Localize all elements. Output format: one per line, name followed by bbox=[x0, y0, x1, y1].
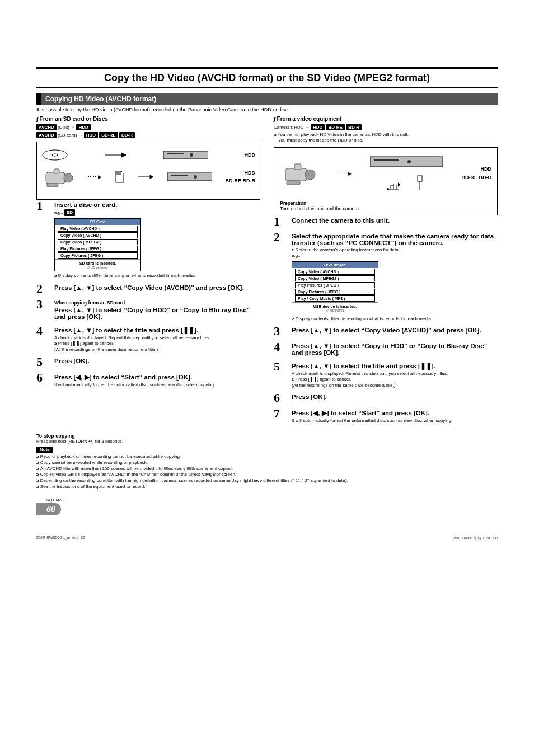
right-column: ∫ From a video equipment Camera's HDD → … bbox=[274, 116, 498, 428]
page-number: 60 bbox=[36, 503, 61, 515]
svg-rect-20 bbox=[418, 176, 422, 181]
preparation-text: Turn on both this unit and the camera. bbox=[280, 206, 491, 212]
svg-point-4 bbox=[190, 153, 193, 157]
flow-line-1: AVCHD (Disc) → HDD bbox=[36, 124, 260, 130]
flow-line-right: Camera's HDD → HDD BD-RE BD-R bbox=[274, 124, 498, 130]
menu-item: Play Pictures ( JPEG ) bbox=[58, 246, 138, 252]
recorder-icon bbox=[167, 171, 212, 183]
sd-card-menu: SD Card Play Video ( AVCHD ) Copy Video … bbox=[54, 218, 141, 271]
svg-rect-15 bbox=[287, 181, 300, 185]
svg-point-1 bbox=[52, 154, 58, 156]
badge-hdd: HDD bbox=[84, 132, 98, 138]
left-step-3: 3 When copying from an SD card Press [▲,… bbox=[36, 298, 260, 321]
svg-rect-14 bbox=[294, 164, 301, 170]
menu-item: Play Video ( AVCHD ) bbox=[58, 226, 138, 232]
menu-item: Play / Copy Music ( MP3 ) bbox=[295, 295, 375, 302]
svg-point-0 bbox=[43, 150, 67, 160]
right-step-3: 3 Press [▲, ▼] to select “Copy Video (AV… bbox=[274, 325, 498, 337]
svg-rect-7 bbox=[54, 169, 59, 173]
svg-rect-12 bbox=[285, 168, 307, 181]
page-title: Copy the HD Video (AVCHD format) or the … bbox=[36, 67, 498, 88]
badge-hdd: HDD bbox=[76, 124, 90, 130]
badge-avchd: AVCHD bbox=[36, 132, 57, 138]
badge-bdr: BD-R bbox=[119, 132, 135, 138]
note-item: Record, playback or timer recording cann… bbox=[36, 454, 498, 460]
preparation-label: Preparation bbox=[280, 200, 491, 206]
disc-icon bbox=[41, 149, 68, 161]
left-step-1: 1 Insert a disc or card. e.g., SD SD Car… bbox=[36, 200, 260, 279]
media-diagram-left: HDD ⋯⋯▶ HDD BD-RE bbox=[36, 142, 260, 200]
svg-point-18 bbox=[407, 160, 411, 163]
sd-card-icon bbox=[115, 170, 125, 184]
note-item: Copy cannot be executed while recording … bbox=[36, 460, 498, 466]
menu-item: Copy Pictures ( JPEG ) bbox=[58, 252, 138, 259]
dest-bd: BD-RE BD-R bbox=[461, 173, 491, 181]
arrow-icon bbox=[138, 175, 154, 179]
right-step-2: 2 Select the appropriate mode that makes… bbox=[274, 231, 498, 322]
note-item: Depending on the recording condition wit… bbox=[36, 478, 498, 484]
note-badge: Note bbox=[36, 447, 53, 453]
right-step-5: 5 Press [▲, ▼] to select the title and p… bbox=[274, 360, 498, 388]
recorder-icon bbox=[370, 154, 443, 170]
svg-point-13 bbox=[305, 170, 315, 180]
usb-icon bbox=[386, 181, 401, 191]
svg-rect-5 bbox=[46, 172, 65, 184]
left-step-6: 6 Press [◀, ▶] to select “Start” and pre… bbox=[36, 372, 260, 388]
badge-sd: SD bbox=[64, 209, 75, 216]
badge-avchd: AVCHD bbox=[36, 124, 57, 130]
right-step-7: 7 Press [◀, ▶] to select “Start” and pre… bbox=[274, 407, 498, 424]
camcorder-icon bbox=[41, 166, 75, 188]
svg-rect-16 bbox=[370, 157, 443, 167]
indd-filename: DMR-BW850GL_en.indb 60 bbox=[36, 536, 85, 541]
right-step-1: 1 Connect the camera to this unit. bbox=[274, 215, 498, 228]
dest-hdd: HDD bbox=[225, 169, 255, 177]
badge-hdd: HDD bbox=[311, 124, 325, 130]
badge-bdre: BD-RE bbox=[99, 132, 118, 138]
note-list: Record, playback or timer recording cann… bbox=[36, 454, 498, 490]
right-step-6: 6 Press [OK]. bbox=[274, 392, 498, 404]
dest-bd: BD-RE BD-R bbox=[225, 177, 255, 185]
left-step-4: 4 Press [▲, ▼] to select the title and p… bbox=[36, 325, 260, 353]
usb-cable-icon bbox=[412, 175, 428, 191]
right-subhead: ∫ From a video equipment bbox=[274, 116, 498, 122]
badge-bdre: BD-RE bbox=[326, 124, 345, 130]
dest-hdd: HDD bbox=[461, 165, 491, 173]
left-step-5: 5 Press [OK]. bbox=[36, 356, 260, 368]
menu-item: Copy Video ( MPEG2 ) bbox=[58, 239, 138, 245]
dest-hdd: HDD bbox=[244, 151, 255, 159]
left-subhead: ∫ From an SD card or Discs bbox=[36, 116, 260, 122]
arrow-icon bbox=[105, 152, 127, 158]
menu-item: Copy Video ( AVCHD ) bbox=[295, 269, 375, 275]
right-step-4: 4 Press [▲, ▼] to select “Copy to HDD” o… bbox=[274, 341, 498, 357]
svg-rect-10 bbox=[171, 175, 188, 176]
rqt-code: RQT9428 bbox=[46, 498, 498, 502]
svg-rect-8 bbox=[47, 184, 58, 187]
flow-line-2: AVCHD (SD card) → HDD BD-RE BD-R bbox=[36, 132, 260, 138]
svg-rect-3 bbox=[167, 153, 184, 154]
note-item: See the instructions of the equipment us… bbox=[36, 484, 498, 490]
svg-point-19 bbox=[387, 188, 389, 190]
usb-device-menu: USB device Copy Video ( AVCHD ) Copy Vid… bbox=[292, 261, 378, 314]
svg-rect-2 bbox=[163, 151, 208, 159]
svg-rect-9 bbox=[167, 173, 212, 181]
stop-section: To stop copying Press and hold [RETURN ↩… bbox=[36, 433, 498, 444]
menu-item: Copy Video ( AVCHD ) bbox=[58, 232, 138, 238]
intro-text: It is possible to copy the HD video (AVC… bbox=[36, 107, 498, 112]
svg-rect-17 bbox=[374, 159, 399, 161]
svg-point-6 bbox=[64, 173, 73, 182]
recorder-icon bbox=[163, 149, 208, 161]
menu-item: Play Pictures ( JPEG ) bbox=[295, 282, 375, 288]
badge-bdr: BD-R bbox=[346, 124, 362, 130]
left-step-2: 2 Press [▲, ▼] to select “Copy Video (AV… bbox=[36, 283, 260, 295]
section-heading: Copying HD Video (AVCHD format) bbox=[36, 93, 498, 105]
note-item: Copied video will be displayed as “AVCHD… bbox=[36, 472, 498, 478]
indd-timestamp: 2009/04/08 午前 10:01:08 bbox=[453, 536, 498, 541]
left-column: ∫ From an SD card or Discs AVCHD (Disc) … bbox=[36, 116, 260, 428]
note-item: An AVCHD title with more than 100 scenes… bbox=[36, 466, 498, 472]
svg-point-11 bbox=[194, 175, 197, 179]
menu-item: Copy Pictures ( JPEG ) bbox=[295, 289, 375, 295]
preparation-diagram: ⋯⋯▶ HDD BD-RE BD-R Pr bbox=[274, 147, 498, 215]
camcorder-icon bbox=[280, 161, 319, 186]
menu-item: Copy Video ( MPEG2 ) bbox=[295, 275, 375, 281]
